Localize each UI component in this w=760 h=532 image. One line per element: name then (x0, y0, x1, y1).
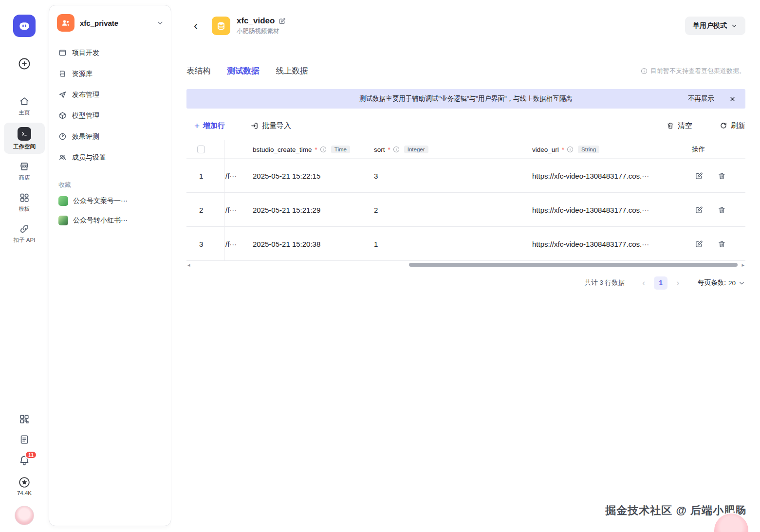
sidebar-item-members[interactable]: 成员与设置 (53, 147, 167, 168)
evaluation-icon (58, 132, 67, 141)
tab-online-data[interactable]: 线上数据 (276, 66, 308, 76)
scroll-right-icon[interactable]: ▸ (741, 261, 744, 268)
docs-icon[interactable] (19, 434, 30, 445)
coze-logo-icon (17, 18, 32, 33)
dismiss-banner-link[interactable]: 不再展示 (688, 94, 714, 103)
left-rail: 主页 工作空间 商店 模板 扣子 API (0, 0, 49, 532)
rail-nav: 主页 工作空间 商店 模板 扣子 API (4, 92, 45, 250)
template-icon (19, 192, 30, 203)
sidebar-menu: 项目开发 资源库 发布管理 模型管理 效果评测 成员与设置 (49, 37, 171, 168)
workspace-icon (18, 127, 31, 141)
next-page-button[interactable]: › (671, 276, 684, 289)
info-icon (641, 68, 648, 74)
plus-icon: + (194, 122, 200, 129)
column-header-video-url: video_url* String (532, 140, 599, 159)
create-button[interactable] (17, 56, 32, 71)
required-mark: * (388, 146, 390, 153)
favorite-thumbnail-icon (58, 196, 68, 206)
required-mark: * (562, 146, 564, 153)
cell-sort: 1 (374, 227, 378, 261)
cell-partial: /f··· (225, 227, 237, 261)
edit-row-button[interactable] (694, 205, 704, 215)
required-mark: * (315, 146, 317, 153)
actions-header-label: 操作 (692, 145, 705, 154)
rail-item-label: 主页 (19, 109, 30, 116)
delete-row-button[interactable] (717, 205, 727, 215)
back-button[interactable]: ‹ (189, 19, 202, 32)
batch-import-button[interactable]: 批量导入 (250, 121, 291, 130)
info-icon[interactable] (393, 146, 400, 153)
database-icon (212, 17, 230, 35)
plus-circle-icon (18, 57, 31, 71)
user-avatar[interactable] (15, 506, 34, 525)
edit-title-icon[interactable] (278, 18, 286, 25)
chevron-down-icon (731, 22, 738, 29)
edit-row-button[interactable] (694, 239, 704, 249)
single-user-mode-button[interactable]: 单用户模式 (685, 17, 745, 35)
data-tabs: 表结构 测试数据 线上数据 目前暂不支持查看豆包渠道数据。 (186, 64, 745, 78)
clear-label: 清空 (678, 121, 692, 130)
horizontal-scrollbar: ◂ ▸ (186, 261, 745, 268)
channel-notice-text: 目前暂不支持查看豆包渠道数据。 (650, 67, 745, 75)
page-size-value: 20 (728, 279, 736, 287)
table-row: 1 /f··· 2025-05-21 15:22:15 3 https://xf… (186, 159, 745, 193)
edit-row-button[interactable] (694, 171, 704, 181)
rail-item-template[interactable]: 模板 (4, 188, 45, 216)
rail-item-workspace[interactable]: 工作空间 (4, 123, 45, 154)
add-row-button[interactable]: + 增加行 (194, 121, 225, 130)
sidebar-item-models[interactable]: 模型管理 (53, 105, 167, 126)
rail-item-api[interactable]: 扣子 API (4, 219, 45, 247)
page-size-select[interactable]: 每页条数: 20 (698, 278, 745, 287)
stars-button[interactable]: 74.4K (17, 476, 32, 496)
sidebar-item-project-dev[interactable]: 项目开发 (53, 42, 167, 63)
channel-notice: 目前暂不支持查看豆包渠道数据。 (641, 67, 745, 75)
notifications-button[interactable]: 11 (19, 455, 30, 466)
close-banner-button[interactable] (727, 94, 737, 104)
delete-row-button[interactable] (717, 171, 727, 181)
star-count: 74.4K (17, 490, 32, 496)
delete-row-button[interactable] (717, 239, 727, 249)
scrollbar-thumb[interactable] (409, 263, 738, 267)
library-icon (58, 70, 67, 78)
rail-item-home[interactable]: 主页 (4, 92, 45, 120)
workspace-switcher[interactable]: xfc_private (49, 5, 171, 37)
row-count-summary: 共计 3 行数据 (585, 278, 625, 287)
cell-sort: 3 (374, 159, 378, 193)
page-number-button[interactable]: 1 (654, 276, 667, 290)
info-icon[interactable] (320, 146, 327, 153)
scroll-left-icon[interactable]: ◂ (187, 261, 190, 268)
pagination: 共计 3 行数据 ‹ 1 › 每页条数: 20 (186, 275, 745, 290)
workspace-name: xfc_private (80, 19, 151, 27)
store-icon (19, 161, 30, 172)
favorite-thumbnail-icon (58, 216, 68, 225)
table-toolbar: + 增加行 批量导入 清空 刷新 (186, 117, 745, 134)
favorite-item[interactable]: 公众号转小红书··· (53, 211, 167, 230)
coze-logo[interactable] (13, 15, 36, 37)
refresh-button[interactable]: 刷新 (720, 121, 745, 130)
star-circle-icon (18, 476, 31, 489)
trash-icon (718, 240, 726, 248)
rail-item-store[interactable]: 商店 (4, 157, 45, 185)
project-icon (58, 49, 67, 57)
cell-create-time: 2025-05-21 15:21:29 (253, 193, 320, 227)
tab-table-structure[interactable]: 表结构 (186, 66, 211, 76)
favorite-item[interactable]: 公众号文案号一··· (53, 191, 167, 211)
sidebar-item-evaluation[interactable]: 效果评测 (53, 126, 167, 147)
trash-icon (718, 206, 726, 214)
edit-icon (695, 206, 703, 214)
rail-item-label: 模板 (19, 205, 30, 213)
prev-page-button[interactable]: ‹ (637, 276, 650, 289)
cell-partial: /f··· (225, 193, 237, 227)
sidebar-item-publish[interactable]: 发布管理 (53, 84, 167, 105)
tab-test-data[interactable]: 测试数据 (227, 66, 260, 76)
people-icon (60, 18, 71, 28)
sidebar-item-label: 成员与设置 (72, 153, 106, 162)
qr-code-icon[interactable] (19, 414, 30, 424)
clear-button[interactable]: 清空 (667, 121, 692, 130)
info-icon[interactable] (567, 146, 574, 153)
sidebar-item-library[interactable]: 资源库 (53, 63, 167, 84)
cell-partial: /f··· (225, 159, 237, 193)
column-header-sort: sort* Integer (374, 140, 428, 159)
select-all-checkbox[interactable] (197, 146, 205, 153)
column-name: bstudio_create_time (253, 146, 312, 153)
